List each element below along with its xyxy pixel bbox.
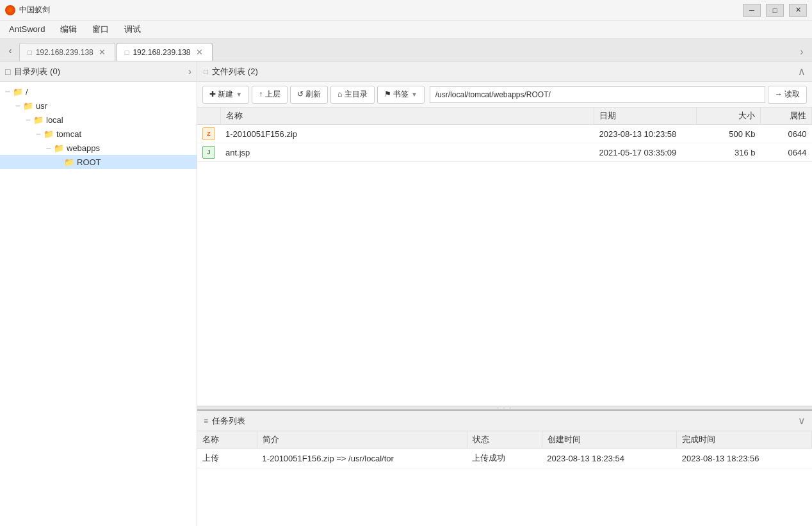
table-row[interactable]: J ant.jsp 2021-05-17 03:35:09 316 b 0644 [197, 143, 812, 162]
task-panel-collapse-button[interactable]: ∨ [798, 415, 806, 427]
file-date-cell: 2023-08-13 10:23:58 [594, 125, 697, 143]
col-header-perm: 属性 [761, 108, 812, 125]
task-created: 2023-08-13 18:23:54 [542, 449, 677, 468]
tab-1-close[interactable]: ✕ [97, 47, 107, 57]
tree-node-usr[interactable]: ─ 📁 usr [0, 99, 197, 113]
sidebar-collapse-button[interactable]: › [188, 66, 191, 77]
panel-divider[interactable]: · · · [197, 406, 812, 410]
col-header-name: 名称 [220, 108, 594, 125]
tab-2-close[interactable]: ✕ [195, 47, 204, 57]
tree-node-tomcat[interactable]: ─ 📁 tomcat [0, 127, 197, 141]
file-perm-cell: 0644 [761, 143, 812, 162]
col-header-icon [197, 108, 220, 125]
menu-antsword[interactable]: AntSword [3, 23, 51, 35]
tab-1[interactable]: □ 192.168.239.138 ✕ [19, 43, 115, 61]
tree-node-root-folder[interactable]: 📁 ROOT [0, 155, 197, 169]
menu-debug[interactable]: 调试 [118, 22, 147, 36]
tree-toggle-tomcat: ─ [33, 131, 44, 138]
file-toolbar: ✚ 新建 ▼ ↑ 上层 ↺ 刷新 ⌂ 主目录 ⚑ 书签 ▼ → [197, 82, 812, 108]
maximize-button[interactable]: □ [766, 4, 784, 17]
tree-toggle-root-folder [54, 159, 64, 166]
folder-icon-webapps: 📁 [54, 143, 64, 153]
task-col-created: 创建时间 [542, 431, 677, 449]
minimize-button[interactable]: ─ [743, 4, 761, 17]
file-table-wrap: 名称 日期 大小 属性 Z 1-2010051F156.zip 2023 [197, 108, 812, 406]
tree-toggle-root: ─ [3, 88, 13, 95]
zip-icon: Z [202, 127, 215, 140]
refresh-button-label: ↺ 刷新 [297, 89, 321, 100]
tree-label-root-folder: ROOT [77, 157, 197, 167]
menu-edit[interactable]: 编辑 [54, 22, 83, 36]
folder-icon: □ [5, 67, 10, 77]
task-desc: 1-2010051F156.zip => /usr/local/tor [257, 449, 467, 468]
task-panel: ≡ 任务列表 ∨ 名称 简介 状态 创建时间 完成时间 [197, 411, 812, 526]
tree-label-tomcat: tomcat [56, 129, 197, 139]
tree-toggle-webapps: ─ [44, 145, 54, 152]
path-input[interactable] [430, 86, 765, 103]
tab-2-icon: □ [125, 49, 129, 56]
task-col-name: 名称 [197, 431, 257, 449]
task-header-row: 名称 简介 状态 创建时间 完成时间 [197, 431, 812, 449]
file-panel-collapse-button[interactable]: ∧ [798, 65, 806, 77]
menu-bar: AntSword 编辑 窗口 调试 [0, 20, 812, 38]
jsp-icon: J [202, 146, 215, 159]
tree-toggle-usr: ─ [13, 102, 23, 109]
bookmark-button-label: ⚑ 书签 [384, 89, 409, 100]
read-button-label: → 读取 [775, 89, 800, 100]
folder-icon-local: 📁 [33, 115, 44, 125]
folder-icon-root: 📁 [13, 87, 23, 97]
file-icon-cell: Z [197, 125, 220, 143]
close-button[interactable]: ✕ [789, 4, 807, 17]
file-date-cell: 2021-05-17 03:35:09 [594, 143, 697, 162]
file-table-body: Z 1-2010051F156.zip 2023-08-13 10:23:58 … [197, 125, 812, 162]
up-button-label: ↑ 上层 [259, 89, 280, 100]
file-panel-header: □ 文件列表 (2) ∧ [197, 61, 812, 82]
file-panel: □ 文件列表 (2) ∧ ✚ 新建 ▼ ↑ 上层 ↺ 刷新 ⌂ 主目录 [197, 61, 812, 411]
list-item[interactable]: 上传 1-2010051F156.zip => /usr/local/tor 上… [197, 449, 812, 468]
tree-node-webapps[interactable]: ─ 📁 webapps [0, 141, 197, 155]
menu-window[interactable]: 窗口 [86, 22, 115, 36]
home-button[interactable]: ⌂ 主目录 [330, 86, 375, 104]
home-button-label: ⌂ 主目录 [337, 89, 368, 100]
task-table-body: 上传 1-2010051F156.zip => /usr/local/tor 上… [197, 449, 812, 468]
tree-node-root[interactable]: ─ 📁 / [0, 84, 197, 99]
file-list-icon: □ [204, 67, 208, 76]
task-table: 名称 简介 状态 创建时间 完成时间 上传 1-2010051F156.zip … [197, 431, 812, 468]
refresh-button[interactable]: ↺ 刷新 [290, 86, 328, 104]
tab-prev-button[interactable]: ‹ [3, 42, 18, 60]
file-tree: ─ 📁 / ─ 📁 usr ─ 📁 local ─ 📁 tomcat [0, 82, 197, 526]
task-name: 上传 [197, 449, 257, 468]
tab-2-label: 192.168.239.138 [133, 48, 190, 57]
task-list-icon: ≡ [204, 417, 208, 426]
new-button[interactable]: ✚ 新建 ▼ [202, 86, 249, 104]
tree-label-usr: usr [36, 101, 197, 111]
file-name-cell: 1-2010051F156.zip [220, 125, 594, 143]
table-row[interactable]: Z 1-2010051F156.zip 2023-08-13 10:23:58 … [197, 125, 812, 143]
tab-bar: ‹ □ 192.168.239.138 ✕ □ 192.168.239.138 … [0, 38, 812, 61]
folder-icon-tomcat: 📁 [44, 129, 54, 139]
sidebar-title: 目录列表 (0) [14, 66, 60, 77]
col-header-size: 大小 [697, 108, 761, 125]
app-icon [5, 5, 15, 15]
tab-more-button[interactable]: › [794, 43, 809, 61]
file-size-cell: 500 Kb [697, 125, 761, 143]
file-table: 名称 日期 大小 属性 Z 1-2010051F156.zip 2023 [197, 108, 812, 162]
file-panel-title: 文件列表 (2) [212, 66, 258, 77]
tree-toggle-local: ─ [23, 116, 33, 124]
tree-node-local[interactable]: ─ 📁 local [0, 113, 197, 127]
app-title: 中国蚁剑 [19, 4, 743, 15]
tab-2[interactable]: □ 192.168.239.138 ✕ [117, 43, 213, 61]
task-table-wrap: 名称 简介 状态 创建时间 完成时间 上传 1-2010051F156.zip … [197, 431, 812, 526]
up-button[interactable]: ↑ 上层 [252, 86, 287, 104]
file-perm-cell: 0640 [761, 125, 812, 143]
read-button[interactable]: → 读取 [768, 86, 807, 104]
file-name-cell: ant.jsp [220, 143, 594, 162]
tab-1-label: 192.168.239.138 [36, 48, 93, 57]
tree-label-local: local [46, 115, 197, 125]
file-size-cell: 316 b [697, 143, 761, 162]
right-panel: □ 文件列表 (2) ∧ ✚ 新建 ▼ ↑ 上层 ↺ 刷新 ⌂ 主目录 [197, 61, 812, 526]
task-panel-header: ≡ 任务列表 ∨ [197, 411, 812, 431]
new-button-label: ✚ 新建 [209, 89, 233, 100]
task-col-desc: 简介 [257, 431, 467, 449]
bookmark-button[interactable]: ⚑ 书签 ▼ [377, 86, 425, 104]
